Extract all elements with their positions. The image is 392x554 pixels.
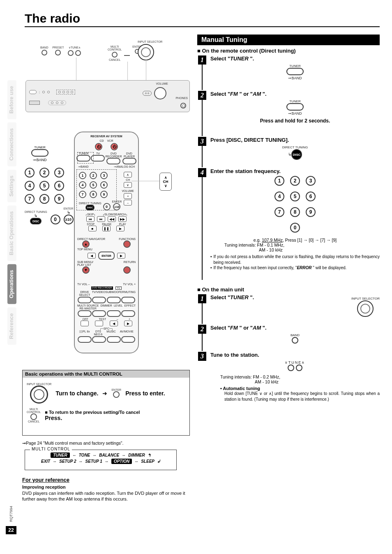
multi-control-chain: MULTI CONTROL TUNER TONE BALANCE DIMMER … (25, 450, 177, 470)
chain-option: OPTION (111, 459, 132, 464)
rc-key-7: 7 (79, 191, 86, 198)
label-return: RETURN (124, 261, 136, 266)
label-volume: VOLUME (122, 189, 134, 192)
section-header: Manual Tuning (197, 35, 380, 45)
label-multi-control: MULTI CONTROL (27, 408, 41, 413)
tab-before-use: Before use (7, 80, 16, 119)
label-ch: CH (126, 178, 130, 181)
skip-back-icon: ⏮ (86, 216, 95, 222)
btn-neo (92, 336, 106, 343)
loop-arrow-icon: ↰ (148, 453, 151, 457)
step-3-text: Press [DISC, DIRECT TUNING]. (210, 137, 380, 143)
auto-tuning-body: Hold down [TUNE ∨ or ∧] until the freque… (220, 391, 380, 402)
power-receiver-icon: ⏻ (95, 143, 102, 150)
label-music: MUSIC (106, 330, 116, 336)
btn-plus: ▶ (124, 321, 132, 326)
input-selector-icon (138, 44, 154, 60)
dvd-play-select-icon (122, 158, 136, 164)
btn-tv-video (92, 297, 106, 303)
key-2: 2 (39, 168, 49, 178)
cancel-button-icon (30, 413, 37, 420)
step-4: 4 Enter the station frequency. 1 2 3 4 5… (197, 168, 380, 280)
key-4: 4 (25, 181, 35, 191)
label-vcr: VCR (107, 139, 113, 142)
band-arrow: ➞BAND (31, 158, 48, 162)
remote-subhead: ■ On the remote control (Direct tuning) (197, 48, 380, 54)
nav-fn-icon (123, 240, 131, 248)
head-unit-top-controls: BAND PRESET ∨TUNE∧ (40, 46, 81, 56)
key-8: 8 (39, 194, 49, 204)
key-gte10: ≥10 (64, 215, 74, 224)
main-step-num-3: 3 (198, 352, 206, 361)
leader-line (131, 181, 159, 181)
dbl-arrow-icon (122, 453, 126, 457)
label-analog: ➞ANALOG 6CH (114, 165, 135, 168)
nav-down-icon: ▼ (82, 266, 90, 274)
label-sfc: SFC (104, 327, 109, 330)
illus-band-label: BAND (210, 333, 380, 337)
page-number: 22 (6, 526, 16, 534)
main-step-num-1: 1 (198, 294, 206, 303)
dashed-group (56, 90, 75, 95)
illus-tuner-button (286, 103, 304, 111)
tab-connections: Connections (7, 122, 16, 166)
main-unit-subhead: ■ On the main unit (197, 286, 380, 293)
label-phones: PHONES (175, 97, 188, 99)
kp-4: 4 (274, 192, 284, 201)
tune-up-icon (75, 50, 81, 56)
chain-dimmer: DIMMER (128, 453, 145, 457)
chain-setup2: SETUP 2 (59, 459, 76, 464)
label-skip: SKIP (87, 213, 94, 216)
note-1: •If you do not press a button while the … (210, 254, 380, 265)
search-fwd-icon: ▶▶ (118, 216, 127, 222)
kp-1: 1 (274, 176, 284, 186)
fyr-heading: For your reference (22, 477, 199, 483)
remote-title: RECEIVER AV SYSTEM (75, 135, 138, 138)
label-top-menu: TOP MENU (75, 248, 138, 251)
label-play: PLAY (119, 223, 126, 226)
tab-settings: Settings (7, 170, 16, 202)
power-device-icon: ⏻ (111, 143, 118, 150)
band-button-icon (42, 50, 47, 55)
label-cancel: CANCEL (28, 420, 39, 423)
label-sub-menu: SUB MENU/ PLAY LIST (77, 261, 93, 266)
chain-title: MULTI CONTROL (30, 447, 72, 451)
key-5: 5 (39, 181, 49, 191)
label-dimmer: DIMMER (100, 304, 112, 310)
tuning-intervals: Tuning intervals: FM - 0.1 MHz, (210, 242, 380, 247)
press-to-enter: Press to enter. (125, 390, 165, 397)
rc-key-gte10: ≥10 (113, 203, 120, 210)
label-volume: VOLUME (156, 82, 168, 85)
nav-enter-icon: ENTER (98, 252, 115, 260)
keypad-right: 1 2 3 4 5 6 7 8 9 0 (210, 176, 380, 236)
dbl-arrow-icon (134, 459, 138, 464)
illus-input-sel-knob (357, 300, 374, 317)
multi-control-cancel-icon (112, 52, 118, 58)
key-6: 6 (54, 181, 64, 191)
dbl-arrow-icon (53, 459, 57, 464)
ch-up-icon: ∧ (124, 172, 132, 178)
label-dvd-rec: DVD RECORDER (105, 152, 122, 158)
kp-6: 6 (306, 192, 316, 201)
kp-5: 5 (290, 192, 300, 201)
tuner-block-left: TUNER ➞BAND (31, 145, 48, 162)
vol-up-icon: + (124, 193, 132, 199)
rc-key-3: 3 (100, 172, 108, 179)
label-stop: STOP (87, 223, 95, 226)
main-step-num-2: 2 (198, 325, 206, 334)
display-icon (29, 101, 40, 105)
btn-pl2 (78, 336, 92, 343)
label-neo: DTS NEO:6 (94, 330, 102, 336)
rc-label-enter: ENTER (112, 200, 122, 203)
label-drive-select: DRIVE SELECT (77, 291, 92, 296)
page-ref: ➞Page 24 "Multi control menus and factor… (22, 441, 123, 446)
illus-input-sel-label: INPUT SELECTOR (351, 297, 380, 300)
rc-disc-icon: DISC (85, 205, 95, 210)
skip-fwd-icon: ⏭ (97, 216, 105, 222)
btn-music (107, 336, 121, 343)
key-3: 3 (54, 168, 64, 178)
key-7: 7 (25, 194, 35, 204)
basic-ops-header: Basic operations with the MULTI CONTROL (23, 370, 189, 378)
btn-test (95, 321, 103, 326)
multi-control-top: MULTI CONTROLCANCEL ENTER (108, 45, 142, 61)
